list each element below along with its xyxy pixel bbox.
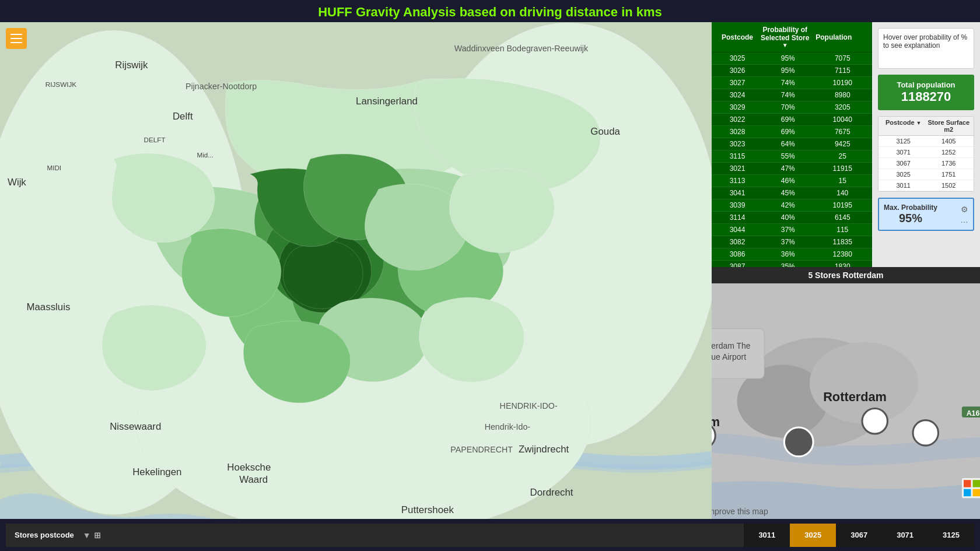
- title-bar: HUFF Gravity Analysis based on driving d…: [0, 0, 980, 22]
- road-a16: A16: [967, 409, 980, 417]
- sort-icon-probability[interactable]: ▼: [761, 42, 810, 48]
- store-surface-row[interactable]: 3025 1751: [878, 169, 974, 180]
- bottom-bar: Stores postcode ▼ ⊞ 30113025306730713125: [0, 519, 980, 551]
- td-postcode: 3024: [714, 91, 761, 99]
- label-delft: Delft: [173, 111, 193, 122]
- label-hoeksche-waard2: Waard: [239, 474, 268, 485]
- store-surface-row[interactable]: 3125 1405: [878, 136, 974, 147]
- td-probability: 69%: [761, 115, 816, 124]
- td-probability: 40%: [761, 213, 816, 222]
- td-postcode: 3025: [714, 54, 761, 62]
- store-circle-4[interactable]: [913, 420, 939, 446]
- more-icon[interactable]: …: [960, 215, 968, 224]
- table-row[interactable]: 3023 64% 9425: [712, 138, 872, 150]
- ss-surface: 1252: [926, 149, 972, 156]
- table-row[interactable]: 3114 40% 6145: [712, 212, 872, 224]
- table-row[interactable]: 3113 46% 15: [712, 175, 872, 187]
- store-circle-3[interactable]: [862, 408, 888, 434]
- td-postcode: 3039: [714, 201, 761, 209]
- td-probability: 37%: [761, 238, 816, 246]
- td-postcode: 3041: [714, 189, 761, 197]
- table-row[interactable]: 3082 37% 11835: [712, 236, 872, 248]
- main-map-svg: DEN HAAG Rijswijk Zoetermeer Pijnacker-N…: [0, 22, 712, 519]
- table-row[interactable]: 3041 45% 140: [712, 187, 872, 199]
- page-title: HUFF Gravity Analysis based on driving d…: [0, 5, 980, 20]
- store-surface-card: Postcode ▼ Store Surface m2 3125 1405 30…: [878, 116, 974, 192]
- table-row[interactable]: 3086 36% 12380: [712, 248, 872, 261]
- sort-icon-store-postcode[interactable]: ▼: [916, 120, 922, 126]
- ss-postcode: 3067: [881, 160, 926, 167]
- label-hendrik: Hendrik-Ido-: [485, 422, 531, 431]
- th-store-surface: Store Surface m2: [926, 119, 972, 133]
- td-population: 10190: [816, 79, 870, 87]
- label-hendrik2: HENDRIK-IDO-: [500, 401, 558, 410]
- postcode-tab-3125[interactable]: 3125: [928, 524, 974, 547]
- td-population: 25: [816, 152, 870, 160]
- table-row[interactable]: 3024 74% 8980: [712, 89, 872, 101]
- td-postcode: 3114: [714, 213, 761, 222]
- store-surface-row[interactable]: 3011 1502: [878, 180, 974, 191]
- td-population: 15: [816, 177, 870, 185]
- max-prob-icons: ⚙ …: [960, 205, 968, 224]
- hamburger-line-2: [10, 38, 22, 39]
- table-row[interactable]: 3026 95% 7115: [712, 65, 872, 77]
- td-postcode: 3021: [714, 164, 761, 173]
- td-probability: 95%: [761, 54, 816, 62]
- td-population: 12380: [816, 250, 870, 258]
- table-row[interactable]: 3022 69% 10040: [712, 114, 872, 126]
- grid-postcode-icon[interactable]: ⊞: [94, 531, 101, 540]
- label-delft-small: DELFT: [144, 136, 166, 143]
- store-surface-row[interactable]: 3071 1252: [878, 147, 974, 158]
- ss-postcode: 3025: [881, 171, 926, 178]
- td-postcode: 3115: [714, 152, 761, 160]
- ss-surface: 1502: [926, 182, 972, 189]
- postcode-tab-3071[interactable]: 3071: [882, 524, 928, 547]
- ss-surface: 1736: [926, 160, 972, 167]
- td-probability: 42%: [761, 201, 816, 209]
- max-prob-value: 95%: [884, 212, 937, 225]
- table-row[interactable]: 3039 42% 10195: [712, 199, 872, 212]
- td-postcode: 3113: [714, 177, 761, 185]
- postcode-tab-3067[interactable]: 3067: [836, 524, 882, 547]
- th-postcode: Postcode: [714, 33, 761, 41]
- td-probability: 74%: [761, 91, 816, 99]
- td-probability: 45%: [761, 189, 816, 197]
- td-population: 8980: [816, 91, 870, 99]
- store-surface-row[interactable]: 3067 1736: [878, 158, 974, 169]
- hamburger-button[interactable]: [6, 28, 27, 49]
- td-population: 6145: [816, 213, 870, 222]
- label-rijswijk2: RIJSWIJK: [46, 80, 76, 88]
- max-probability-card: Max. Probability 95% ⚙ …: [878, 198, 974, 231]
- filter-postcode-icon[interactable]: ▼: [83, 531, 91, 540]
- table-row[interactable]: 3028 69% 7675: [712, 126, 872, 138]
- table-row[interactable]: 3044 37% 115: [712, 224, 872, 236]
- top-right: Postcode Probability of Selected Store ▼…: [712, 22, 980, 267]
- postcode-tab-3025[interactable]: 3025: [790, 524, 836, 547]
- table-row[interactable]: 3027 74% 10190: [712, 77, 872, 89]
- td-probability: 64%: [761, 140, 816, 148]
- svg-point-8: [810, 342, 918, 424]
- filter-icon[interactable]: ⚙: [960, 205, 968, 214]
- postcode-tab-3011[interactable]: 3011: [744, 524, 790, 547]
- table-row[interactable]: 3115 55% 25: [712, 150, 872, 163]
- table-scroll[interactable]: 3025 95% 7075 3026 95% 7115 3027 74% 101…: [712, 52, 872, 267]
- table-row[interactable]: 3029 70% 3205: [712, 101, 872, 114]
- td-postcode: 3082: [714, 238, 761, 246]
- stores-postcode-label: Stores postcode ▼ ⊞: [6, 524, 744, 547]
- td-population: 140: [816, 189, 870, 197]
- td-population: 1830: [816, 262, 870, 267]
- label-pijnacker: Pijnacker-Nootdorp: [186, 82, 257, 91]
- td-postcode: 3044: [714, 226, 761, 234]
- table-row[interactable]: 3087 35% 1830: [712, 261, 872, 267]
- table-row[interactable]: 3025 95% 7075: [712, 52, 872, 65]
- store-surface-rows: 3125 1405 3071 1252 3067 1736 3025 1751 …: [878, 136, 974, 191]
- td-postcode: 3022: [714, 115, 761, 124]
- total-pop-label: Total population: [884, 80, 968, 89]
- mini-map-title: 5 Stores Rotterdam: [712, 267, 980, 283]
- label-waddinxveen: Waddinxveen Bodegraven-Reeuwijk: [454, 44, 589, 53]
- th-population: Population: [810, 33, 859, 41]
- store-circle-selected[interactable]: [784, 427, 813, 457]
- td-population: 115: [816, 226, 870, 234]
- label-papendrecht: PAPENDRECHT: [450, 445, 513, 454]
- table-row[interactable]: 3021 47% 11915: [712, 163, 872, 175]
